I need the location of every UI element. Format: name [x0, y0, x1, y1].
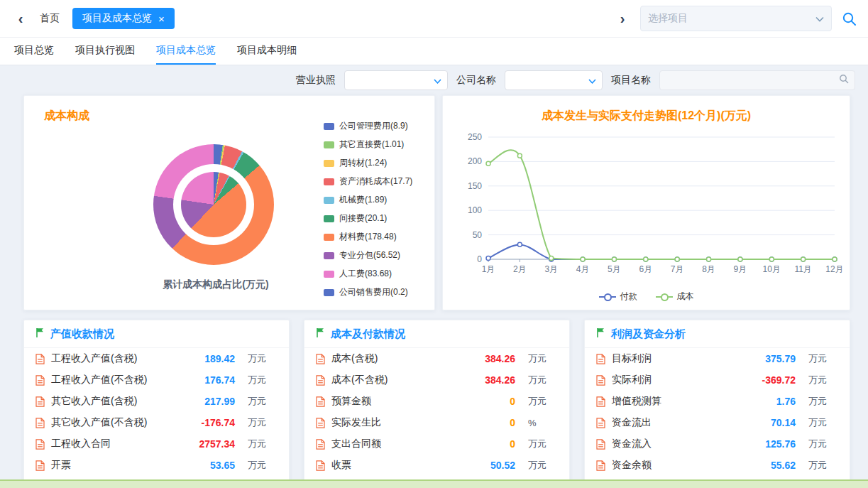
legend-label: 资产消耗成本(17.7)	[339, 175, 412, 188]
close-icon[interactable]: ×	[158, 13, 165, 24]
tab-project-cost-detail[interactable]: 项目成本明细	[237, 38, 297, 65]
metric-value: 0	[456, 396, 515, 407]
metric-row: 成本(不含税)384.26万元	[304, 369, 569, 391]
legend-label: 机械费(1.89)	[339, 194, 387, 206]
metric-label: 收票	[331, 459, 456, 472]
pie-legend-item[interactable]: 周转材(1.24)	[324, 157, 412, 169]
line-legend-item[interactable]: 成本	[656, 291, 694, 303]
flag-icon	[316, 327, 325, 341]
metric-unit: 万元	[528, 395, 558, 408]
document-icon	[35, 418, 45, 428]
svg-text:50: 50	[473, 230, 483, 240]
document-icon	[596, 354, 605, 364]
metric-value: 176.74	[175, 374, 235, 386]
svg-text:10月: 10月	[763, 264, 781, 274]
metric-value: 50.52	[456, 460, 515, 471]
metric-unit: 万元	[808, 395, 838, 408]
svg-text:5月: 5月	[608, 264, 621, 274]
metric-value: 0	[456, 438, 515, 450]
pie-legend-item[interactable]: 资产消耗成本(17.7)	[324, 175, 412, 188]
svg-text:8月: 8月	[702, 264, 715, 274]
metric-row: 其它收入产值(含税)217.99万元	[24, 391, 289, 412]
project-select[interactable]: 选择项目	[640, 6, 832, 31]
metric-label: 工程收入产值(不含税)	[51, 374, 175, 386]
tab-project-overview[interactable]: 项目总览	[14, 38, 54, 65]
legend-marker-icon	[656, 293, 673, 300]
document-icon	[596, 396, 605, 407]
pie-legend-item[interactable]: 其它直接费(1.01)	[324, 139, 412, 151]
metric-label: 开票	[51, 459, 175, 472]
card-title: 成本及付款情况	[331, 327, 405, 341]
svg-text:1月: 1月	[482, 264, 495, 274]
metric-row: 开票53.65万元	[24, 455, 289, 476]
line-chart: 0501001502002501月2月3月4月5月6月7月8月9月10月11月1…	[457, 127, 844, 294]
pie-legend-item[interactable]: 机械费(1.89)	[324, 194, 412, 206]
document-icon	[316, 396, 325, 407]
tab-home[interactable]: 首页	[40, 12, 60, 25]
legend-label: 间接费(20.1)	[339, 212, 387, 224]
legend-swatch-icon	[324, 252, 334, 259]
metric-row: 资金余额55.62万元	[585, 455, 850, 476]
metric-row: 工程收入产值(不含税)176.74万元	[24, 369, 289, 391]
metric-value: 2757.34	[175, 438, 235, 450]
metric-unit: 万元	[248, 459, 278, 472]
metric-value: 125.76	[736, 438, 796, 450]
pie-panel-title: 成本构成	[44, 109, 89, 124]
metric-unit: 万元	[528, 459, 558, 472]
metric-unit: 万元	[248, 438, 278, 450]
company-select[interactable]	[505, 70, 603, 90]
document-icon	[596, 375, 605, 386]
svg-text:12月: 12月	[825, 264, 843, 274]
metric-value: 384.26	[456, 374, 515, 386]
svg-text:7月: 7月	[671, 264, 684, 274]
project-name-input[interactable]	[659, 70, 855, 90]
metric-row: 目标利润375.79万元	[585, 348, 850, 369]
tab-active-project-cost[interactable]: 项目及成本总览 ×	[72, 8, 175, 29]
chevron-down-icon	[588, 74, 596, 87]
svg-text:2月: 2月	[513, 264, 527, 274]
card-title: 利润及资金分析	[611, 327, 686, 341]
legend-label: 周转材(1.24)	[339, 157, 387, 169]
metric-unit: 万元	[528, 438, 558, 450]
svg-text:4月: 4月	[576, 264, 590, 274]
pie-legend-item[interactable]: 专业分包(56.52)	[324, 249, 412, 261]
chevron-right-icon[interactable]: ›	[613, 11, 632, 27]
svg-text:3月: 3月	[544, 264, 558, 274]
legend-swatch-icon	[324, 197, 334, 204]
cost-trend-panel: 成本发生与实际支付走势图(12个月)(万元) 0501001502002501月…	[442, 95, 850, 310]
tab-project-cost-overview[interactable]: 项目成本总览	[156, 38, 216, 65]
charts-row: 成本构成 公司管理费用(8.9)其它直接费(1.01)周转材(1.24)资产消耗…	[0, 95, 868, 310]
legend-label: 成本	[677, 291, 694, 303]
metric-row: 增值税测算1.76万元	[585, 391, 850, 412]
document-icon	[35, 375, 45, 386]
card-title: 产值收款情况	[50, 327, 114, 341]
legend-swatch-icon	[324, 271, 334, 278]
license-select[interactable]	[344, 70, 448, 90]
metric-value: 1.76	[736, 396, 796, 407]
metric-value: 217.99	[175, 396, 235, 407]
search-icon[interactable]	[842, 11, 857, 26]
legend-swatch-icon	[324, 215, 334, 222]
metric-unit: 万元	[808, 352, 838, 365]
legend-label: 材料费(178.48)	[339, 231, 397, 243]
metric-unit: 万元	[528, 352, 558, 365]
metric-unit: %	[528, 418, 558, 428]
pie-chart-inner-ring	[181, 172, 246, 237]
topbar: ‹ 首页 项目及成本总览 × › 选择项目	[0, 0, 868, 38]
chevron-left-icon[interactable]: ‹	[11, 11, 30, 27]
flag-icon	[596, 327, 605, 341]
metric-row: 支出合同额0万元	[304, 433, 569, 455]
metric-row: 资金流入125.76万元	[585, 433, 850, 455]
legend-swatch-icon	[324, 234, 334, 241]
metric-label: 成本(含税)	[331, 352, 456, 365]
pie-legend-item[interactable]: 公司管理费用(8.9)	[324, 120, 412, 132]
metric-label: 目标利润	[612, 352, 736, 365]
line-legend-item[interactable]: 付款	[599, 291, 637, 303]
section-tabs: 项目总览 项目执行视图 项目成本总览 项目成本明细	[0, 38, 868, 65]
tab-project-execution-view[interactable]: 项目执行视图	[75, 38, 135, 65]
pie-legend-item[interactable]: 材料费(178.48)	[324, 231, 412, 243]
metric-value: 70.14	[736, 417, 796, 428]
cards-row: 产值收款情况工程收入产值(含税)189.42万元工程收入产值(不含税)176.7…	[0, 310, 868, 488]
search-icon[interactable]	[839, 74, 849, 87]
pie-legend-item[interactable]: 间接费(20.1)	[324, 212, 412, 224]
